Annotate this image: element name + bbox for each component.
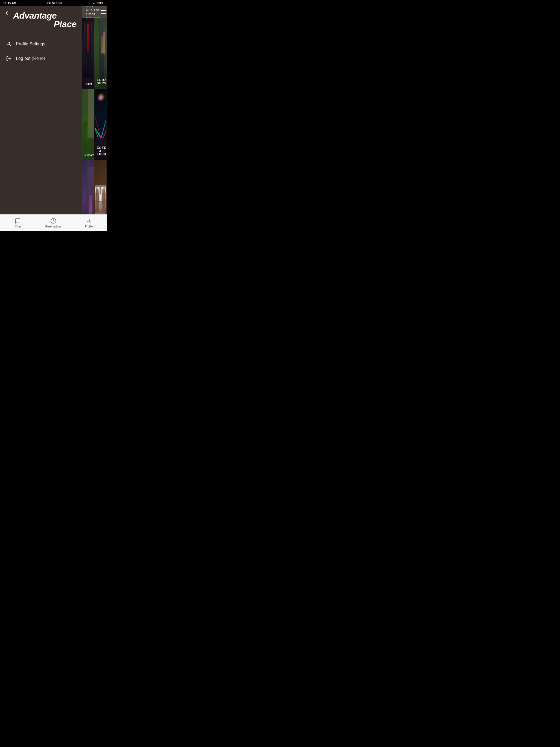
hamburger-line-2: [101, 12, 106, 12]
status-bar: 11:15 AM Fri Sep 13 ▲ 100%: [0, 0, 107, 6]
service-tile-packages[interactable]: GES: [82, 18, 94, 89]
sidebar-logo: Advantage Place: [0, 6, 82, 34]
tile-label-entertainment: ENTERTAINMENT & LEISURE: [95, 146, 106, 156]
tile-label-errand: ERRAND SERVICES: [95, 78, 106, 85]
logout-icon: [5, 55, 12, 62]
back-button[interactable]: [2, 9, 11, 18]
sidebar-item-logout[interactable]: Log out (Rene): [0, 51, 82, 66]
status-date: Fri Sep 13: [47, 1, 62, 5]
app-container: Advantage Place Profile Settings: [0, 6, 107, 231]
wifi-icon: ▲: [93, 2, 96, 5]
hamburger-line-3: [101, 14, 106, 14]
service-tile-entertainment[interactable]: ENTERTAINMENT & LEISURE: [94, 89, 107, 160]
bottom-tab-bar: Chat Reservations Profile: [0, 214, 107, 231]
logout-user: (Rene): [32, 56, 45, 61]
tab-profile[interactable]: Profile: [71, 216, 107, 230]
hamburger-button[interactable]: [100, 9, 107, 15]
sidebar-item-profile-settings[interactable]: Profile Settings: [0, 37, 82, 51]
status-right: ▲ 100%: [93, 2, 103, 5]
clock-icon: [50, 217, 57, 224]
person-icon: [5, 41, 12, 47]
tile-label-organization: NIZATION: [82, 154, 94, 157]
logout-label: Log out (Rene): [16, 56, 45, 61]
service-tile-errand[interactable]: ERRAND SERVICES: [94, 18, 107, 89]
sidebar-content: Advantage Place Profile Settings: [0, 6, 82, 231]
app-subtitle: Place: [13, 19, 77, 29]
main-content: AYS Run The Office Services GES: [82, 6, 107, 231]
svg-point-3: [88, 219, 90, 221]
chat-icon: [15, 217, 21, 224]
tab-reservations-label: Reservations: [45, 225, 61, 228]
tab-chat-label: Chat: [15, 225, 21, 228]
battery-text: 100%: [96, 2, 103, 5]
sidebar-menu: Profile Settings Log out (Rene): [0, 34, 82, 211]
tile-label-packages: GES: [82, 83, 94, 86]
tab-chat[interactable]: Chat: [0, 216, 35, 230]
status-time: 11:15 AM: [3, 1, 17, 5]
hamburger-line-1: [101, 10, 106, 11]
services-grid: GES ERRAND SERVICES: [82, 18, 107, 231]
tab-profile-label: Profile: [85, 225, 93, 228]
service-tile-organization[interactable]: NIZATION: [82, 89, 94, 160]
profile-settings-label: Profile Settings: [16, 42, 45, 47]
sidebar: Advantage Place Profile Settings: [0, 6, 82, 231]
main-header: AYS Run The Office Services: [82, 6, 107, 18]
svg-point-0: [8, 42, 10, 44]
profile-icon: [85, 217, 92, 224]
tab-reservations[interactable]: Reservations: [35, 216, 71, 230]
